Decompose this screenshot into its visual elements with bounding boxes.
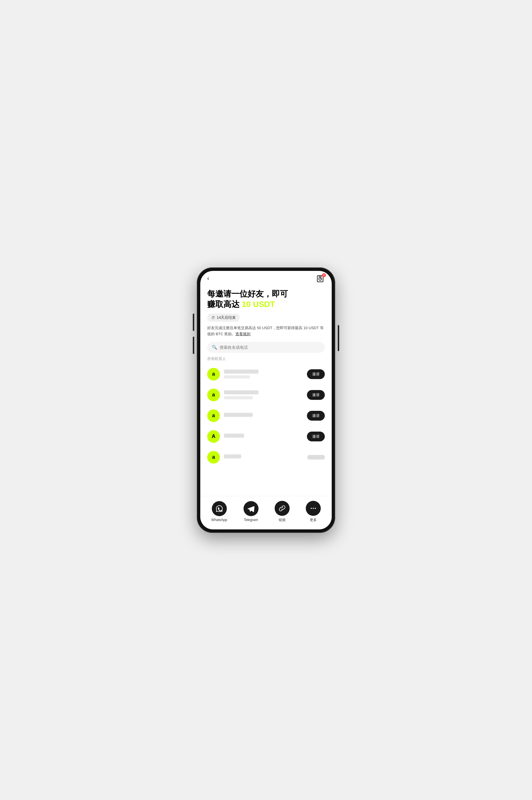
timer-icon: ⏱ (211, 315, 215, 320)
history-button[interactable]: 0 (316, 273, 326, 284)
more-icon-circle (306, 501, 321, 516)
avatar: a (207, 368, 220, 381)
search-wrapper: 🔍 (207, 342, 325, 353)
volume-up-button (193, 314, 194, 331)
more-icon (310, 505, 317, 512)
link-icon-circle (274, 501, 290, 516)
avatar: A (207, 430, 220, 443)
contact-name-blur (224, 454, 241, 458)
contact-list: a 邀请 a 邀请 (207, 364, 325, 465)
volume-down-button (193, 337, 194, 354)
phone-frame: ‹ 0 每邀请一位好友，即可赚取高达 10 USDT (197, 268, 335, 533)
contact-phone-blur (224, 375, 250, 379)
contact-info (224, 413, 303, 419)
contact-name-blur (224, 369, 259, 374)
more-label: 更多 (310, 517, 317, 523)
telegram-label: Telegram (244, 518, 258, 522)
contact-name-blur (224, 413, 253, 417)
telegram-icon (247, 505, 255, 512)
description-text: 好友完成注册且单笔交易高达 50 USDT，您即可获得最高 10 USDT 等值… (207, 325, 325, 337)
share-more[interactable]: 更多 (306, 501, 321, 523)
top-nav: ‹ 0 (200, 271, 332, 286)
contact-name-blur (224, 390, 259, 394)
avatar: a (207, 388, 220, 401)
whatsapp-icon-circle (212, 501, 227, 516)
partial-contact-info (224, 454, 303, 460)
timer-text: 14天后结束 (217, 315, 236, 320)
contact-item-partial: a (207, 447, 325, 465)
invite-button[interactable]: 邀请 (307, 411, 325, 421)
notification-badge: 0 (322, 273, 326, 277)
svg-point-6 (313, 508, 314, 509)
invite-button[interactable]: 邀请 (307, 390, 325, 400)
contact-info (224, 369, 303, 379)
back-button[interactable]: ‹ (206, 274, 210, 283)
avatar: a (207, 410, 220, 422)
link-icon (279, 505, 286, 512)
avatar-partial: a (207, 451, 220, 463)
contact-info (224, 434, 303, 439)
contact-item: a 邀请 (207, 364, 325, 385)
svg-point-5 (311, 508, 312, 509)
svg-point-7 (315, 508, 316, 509)
contact-info (224, 390, 303, 399)
contact-name-blur (224, 434, 244, 438)
search-icon: 🔍 (212, 345, 217, 350)
whatsapp-label: WhatsApp (211, 518, 227, 522)
telegram-icon-circle (244, 501, 259, 516)
contact-phone-blur (224, 396, 253, 399)
title-highlight: 10 USDT (242, 300, 275, 309)
whatsapp-icon (215, 505, 223, 513)
timer-badge: ⏱ 14天后结束 (207, 314, 240, 322)
share-telegram[interactable]: Telegram (244, 501, 259, 522)
contact-item: a 邀请 (207, 385, 325, 405)
share-bar: WhatsApp Telegram 链接 (200, 496, 332, 529)
invite-button[interactable]: 邀请 (307, 369, 325, 379)
invite-button[interactable]: 邀请 (307, 432, 325, 441)
search-box: 🔍 (207, 342, 325, 353)
page-title: 每邀请一位好友，即可赚取高达 10 USDT (207, 289, 325, 310)
contact-item: a 邀请 (207, 405, 325, 426)
search-input[interactable] (220, 345, 320, 350)
link-label: 链接 (279, 517, 286, 523)
view-rules-link[interactable]: 查看规则 (235, 332, 250, 336)
power-button (338, 325, 339, 351)
main-content: 每邀请一位好友，即可赚取高达 10 USDT ⏱ 14天后结束 好友完成注册且单… (200, 286, 332, 496)
phone-screen: ‹ 0 每邀请一位好友，即可赚取高达 10 USDT (200, 271, 332, 529)
invite-button-partial (307, 455, 325, 459)
contact-item: A 邀请 (207, 426, 325, 447)
share-link[interactable]: 链接 (274, 501, 290, 523)
section-label: 所有联系人 (207, 356, 325, 362)
share-whatsapp[interactable]: WhatsApp (211, 501, 227, 522)
